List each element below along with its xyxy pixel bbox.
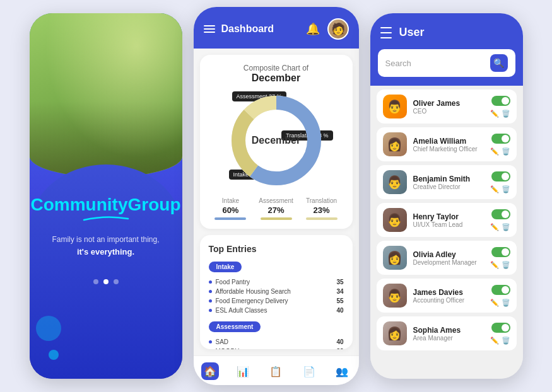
edit-oliver-james[interactable]: ✏️ xyxy=(490,110,499,118)
user-row-james-davies: 👨 James Davies Accounting Officer ✏️ 🗑️ xyxy=(377,279,517,313)
header-left: Dashboard xyxy=(204,23,274,35)
logo: CommunityGroup xyxy=(31,196,181,222)
brand-curve xyxy=(81,215,131,222)
avatar[interactable]: 🧑 xyxy=(327,18,349,40)
user-role-sophia-ames: Area Manager xyxy=(413,335,484,342)
entry-row: Food Emergency Delivery 55 xyxy=(209,296,344,306)
user-role-james-davies: Accounting Officer xyxy=(413,297,484,304)
user-actions-henry-taylor: ✏️ 🗑️ xyxy=(490,209,510,231)
header-right: 🔔 🧑 xyxy=(306,18,349,40)
delete-olivia-adley[interactable]: 🗑️ xyxy=(502,261,510,269)
edit-james-davies[interactable]: ✏️ xyxy=(490,299,499,307)
users-icon: 👥 xyxy=(333,362,351,380)
list-icon: 📋 xyxy=(267,362,285,380)
avatar-image: 🧑 xyxy=(331,22,345,36)
user-info-sophia-ames: Sophia Ames Area Manager xyxy=(413,326,484,342)
action-icons-james-davies: ✏️ 🗑️ xyxy=(490,299,510,307)
user-role-benjamin-smith: Creative Director xyxy=(413,183,484,190)
edit-amelia-william[interactable]: ✏️ xyxy=(490,147,499,156)
entry-row: MOODY 33 xyxy=(209,347,344,349)
toggle-benjamin-smith[interactable] xyxy=(491,171,510,182)
user-menu-icon[interactable] xyxy=(380,27,392,38)
toggle-olivia-adley[interactable] xyxy=(491,247,510,257)
entry-row: Food Pantry 35 xyxy=(209,277,344,287)
tagline: Family is not an important thing, it's e… xyxy=(39,234,172,259)
legend-translation-value: 23% xyxy=(314,205,330,215)
chart-icon: 📊 xyxy=(234,362,252,380)
donut-chart: Assessment 27 % Translation 23 % Intake … xyxy=(226,90,327,191)
home-icon: 🏠 xyxy=(201,362,219,380)
search-icon[interactable]: 🔍 xyxy=(490,54,508,72)
edit-sophia-ames[interactable]: ✏️ xyxy=(490,337,499,345)
user-info-amelia-william: Amelia William Chief Marketing Officer xyxy=(413,137,484,153)
toggle-james-davies[interactable] xyxy=(491,285,510,295)
nav-doc[interactable]: 📄 xyxy=(300,362,318,380)
dot-3[interactable] xyxy=(114,279,119,284)
entry-bullet: ESL Adult Classes xyxy=(209,307,267,314)
legend-assessment-value: 27% xyxy=(267,205,284,215)
toggle-oliver-james[interactable] xyxy=(491,96,510,106)
family-photo xyxy=(30,13,182,177)
family-image xyxy=(30,13,182,177)
doc-icon: 📄 xyxy=(300,362,318,380)
intake-badge: Intake xyxy=(209,262,242,272)
user-name-amelia-william: Amelia William xyxy=(413,137,484,146)
user-info-oliver-james: Oliver James CEO xyxy=(413,99,484,115)
legend-translation-label: Translation xyxy=(306,197,337,204)
nav-chart[interactable]: 📊 xyxy=(234,362,252,380)
toggle-henry-taylor[interactable] xyxy=(491,209,510,219)
top-entries-title: Top Entries xyxy=(209,244,344,254)
delete-benjamin-smith[interactable]: 🗑️ xyxy=(502,185,510,193)
bottom-nav: 🏠 📊 📋 📄 👥 xyxy=(194,355,359,385)
user-row-amelia-william: 👩 Amelia William Chief Marketing Officer… xyxy=(377,127,517,161)
community-group-panel: CommunityGroup Family is not an importan… xyxy=(30,13,182,379)
entry-row: ESL Adult Classes 40 xyxy=(209,306,344,315)
assessment-section: Assessment SAD 40 MOODY 33 xyxy=(209,320,344,349)
dashboard-title: Dashboard xyxy=(221,23,274,35)
action-icons-sophia-ames: ✏️ 🗑️ xyxy=(490,337,510,345)
edit-henry-taylor[interactable]: ✏️ xyxy=(490,223,499,231)
nav-home[interactable]: 🏠 xyxy=(201,362,219,380)
user-role-henry-taylor: UI/UX Team Lead xyxy=(413,221,484,228)
nav-list[interactable]: 📋 xyxy=(267,362,285,380)
user-role-olivia-adley: Development Manager xyxy=(413,259,484,266)
menu-icon[interactable] xyxy=(204,25,215,33)
action-icons-amelia-william: ✏️ 🗑️ xyxy=(490,147,510,156)
delete-amelia-william[interactable]: 🗑️ xyxy=(502,147,510,156)
action-icons-henry-taylor: ✏️ 🗑️ xyxy=(490,223,510,231)
legend-intake-bar xyxy=(214,217,246,220)
edit-benjamin-smith[interactable]: ✏️ xyxy=(490,185,499,193)
chart-month: December xyxy=(209,72,344,84)
delete-james-davies[interactable]: 🗑️ xyxy=(502,299,510,307)
notifications-icon[interactable]: 🔔 xyxy=(306,22,320,36)
user-actions-oliver-james: ✏️ 🗑️ xyxy=(490,96,510,118)
toggle-amelia-william[interactable] xyxy=(491,134,510,144)
user-role-oliver-james: CEO xyxy=(413,108,484,115)
user-actions-sophia-ames: ✏️ 🗑️ xyxy=(490,323,510,345)
chart-card: Composite Chart of December Assessment 2… xyxy=(200,55,353,229)
search-box[interactable]: Search 🔍 xyxy=(378,49,515,77)
search-section: Search 🔍 xyxy=(370,49,523,86)
delete-oliver-james[interactable]: 🗑️ xyxy=(502,110,510,118)
user-name-olivia-adley: Olivia Adley xyxy=(413,250,484,259)
dot-2[interactable] xyxy=(103,279,109,284)
legend-assessment-bar xyxy=(261,217,292,220)
chart-subtitle-text: Composite Chart of xyxy=(244,64,308,72)
dashboard-panel: Dashboard 🔔 🧑 Composite Chart of Decembe… xyxy=(194,7,359,385)
user-row-oliver-james: 👨 Oliver James CEO ✏️ 🗑️ xyxy=(377,89,517,124)
edit-olivia-adley[interactable]: ✏️ xyxy=(490,261,499,269)
nav-users[interactable]: 👥 xyxy=(333,362,351,380)
delete-sophia-ames[interactable]: 🗑️ xyxy=(502,337,510,345)
dot-1[interactable] xyxy=(93,279,98,284)
entry-row: Affordable Housing Search 34 xyxy=(209,287,344,296)
avatar-sophia-ames: 👩 xyxy=(383,321,407,345)
toggle-sophia-ames[interactable] xyxy=(491,323,510,333)
user-name-oliver-james: Oliver James xyxy=(413,99,484,108)
entry-bullet: Food Pantry xyxy=(209,279,250,285)
legend-intake: Intake 60% xyxy=(214,197,246,220)
brand-section: CommunityGroup Family is not an importan… xyxy=(30,164,182,379)
delete-henry-taylor[interactable]: 🗑️ xyxy=(502,223,510,231)
legend-translation-bar xyxy=(306,217,338,220)
chart-subtitle: Composite Chart of December xyxy=(209,64,344,84)
avatar-olivia-adley: 👩 xyxy=(383,246,407,270)
